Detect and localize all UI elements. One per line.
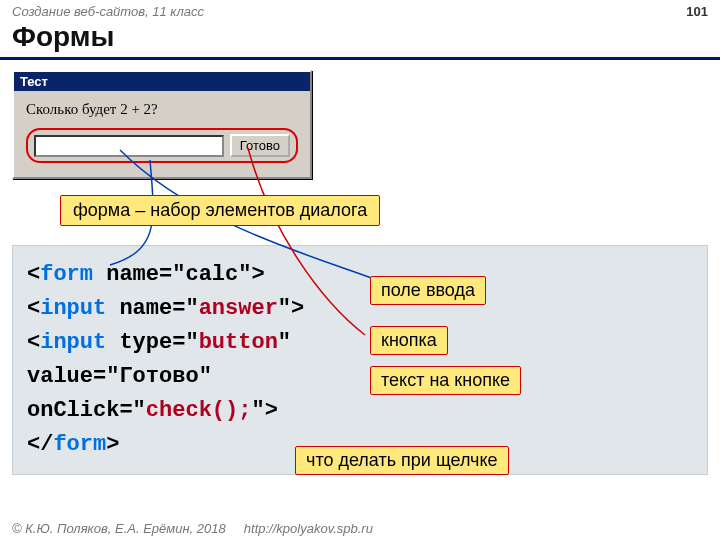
code-line-1: <form name="calc"> [27, 258, 693, 292]
course-label: Создание веб-сайтов, 11 класс [12, 4, 204, 19]
sample-dialog: Тест Сколько будет 2 + 2? Готово [12, 70, 312, 179]
dialog-form-row: Готово [26, 128, 298, 163]
code-block: <form name="calc"> <input name="answer">… [12, 245, 708, 475]
page-number: 101 [686, 4, 708, 19]
dialog-question: Сколько будет 2 + 2? [26, 101, 298, 118]
submit-button[interactable]: Готово [230, 134, 290, 157]
footer: © К.Ю. Поляков, Е.А. Ерёмин, 2018 http:/… [12, 521, 373, 536]
answer-input[interactable] [34, 135, 224, 157]
code-line-2: <input name="answer"> [27, 292, 693, 326]
code-line-4: value="Готово" [27, 360, 693, 394]
code-line-5: onClick="check();"> [27, 394, 693, 428]
callout-onclick: что делать при щелчке [295, 446, 509, 475]
header: Создание веб-сайтов, 11 класс 101 [0, 0, 720, 19]
dialog-titlebar: Тест [14, 72, 310, 91]
dialog-body: Сколько будет 2 + 2? Готово [14, 91, 310, 177]
callout-value: текст на кнопке [370, 366, 521, 395]
footer-url: http://kpolyakov.spb.ru [244, 521, 373, 536]
code-line-3: <input type="button" [27, 326, 693, 360]
copyright: © К.Ю. Поляков, Е.А. Ерёмин, 2018 [12, 521, 226, 536]
callout-button: кнопка [370, 326, 448, 355]
callout-form: форма – набор элементов диалога [60, 195, 380, 226]
page-title: Формы [0, 19, 720, 60]
callout-input: поле ввода [370, 276, 486, 305]
